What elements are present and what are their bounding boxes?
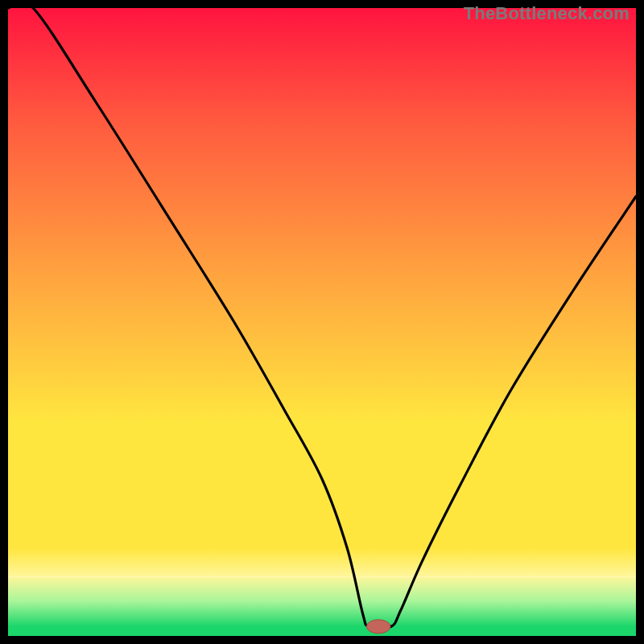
watermark-text: TheBottleneck.com <box>464 3 630 24</box>
outer-frame: TheBottleneck.com <box>0 0 644 644</box>
chart-svg <box>8 8 636 636</box>
optimal-marker <box>366 620 390 634</box>
plot-area <box>8 8 636 636</box>
svg-rect-0 <box>8 8 636 636</box>
svg-rect-1 <box>8 576 636 577</box>
